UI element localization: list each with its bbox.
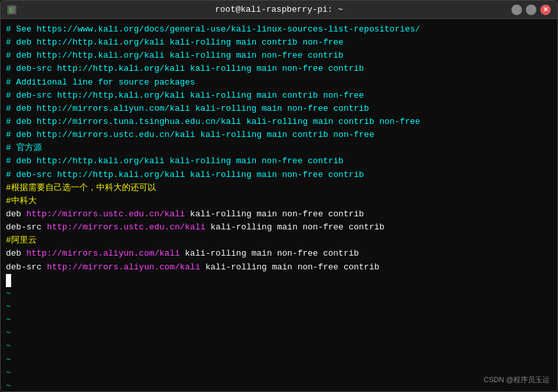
minimize-button[interactable]: ─ bbox=[511, 5, 522, 15]
terminal-line: # Additional line for source packages bbox=[6, 76, 552, 89]
terminal-line: ~ bbox=[6, 313, 552, 326]
terminal-line: # deb-src http://http.kali.org/kali kali… bbox=[6, 168, 552, 182]
terminal-line: deb-src http://mirrors.ustc.edu.cn/kali … bbox=[6, 221, 552, 234]
terminal-line: # 官方源 bbox=[6, 142, 552, 155]
terminal-line: ~ bbox=[6, 353, 552, 366]
terminal-window: $ root@kali-raspberry-pi: ~ ─ □ ✕ # See … bbox=[0, 0, 558, 392]
terminal-line: ~ bbox=[6, 287, 552, 300]
terminal-line: # deb http://http.kali.org/kali kali-rol… bbox=[6, 155, 552, 168]
svg-text:$: $ bbox=[9, 7, 12, 13]
title-bar-left: $ bbox=[7, 5, 16, 14]
terminal-line: ~ bbox=[6, 340, 552, 353]
watermark: CSDN @程序员玉运 bbox=[484, 375, 549, 385]
terminal-line: deb http://mirrors.aliyun.com/kali kali-… bbox=[6, 247, 552, 260]
terminal-line: # See https://www.kali.org/docs/general-… bbox=[6, 23, 552, 36]
terminal-line: # deb http://mirrors.ustc.edu.cn/kali ka… bbox=[6, 128, 552, 142]
terminal-line: #根据需要自己选一个，中科大的还可以 bbox=[6, 182, 552, 195]
terminal-line: ~ bbox=[6, 366, 552, 380]
terminal-line: # deb http://mirrors.tuna.tsinghua.edu.c… bbox=[6, 115, 552, 128]
terminal-line: ~ bbox=[6, 300, 552, 313]
terminal-line: #中科大 bbox=[6, 195, 552, 208]
terminal-body: # See https://www.kali.org/docs/general-… bbox=[1, 19, 557, 391]
terminal-icon: $ bbox=[7, 5, 16, 14]
terminal-line: deb http://mirrors.ustc.edu.cn/kali kali… bbox=[6, 208, 552, 221]
terminal-line: # deb http://http.kali.org/kali kali-rol… bbox=[6, 49, 552, 62]
terminal-line: # deb http://http.kali.org/kali kali-rol… bbox=[6, 36, 552, 49]
terminal-line: # deb-src http://http.kali.org/kali kali… bbox=[6, 62, 552, 75]
terminal-line: # deb-src http://http.kali.org/kali kali… bbox=[6, 89, 552, 102]
terminal-line: deb-src http://mirrors.aliyun.com/kali k… bbox=[6, 261, 552, 274]
close-button[interactable]: ✕ bbox=[540, 5, 551, 15]
terminal-line bbox=[6, 274, 552, 287]
terminal-line: ~ bbox=[6, 380, 552, 391]
terminal-line: # deb http://mirrors.aliyun.com/kali kal… bbox=[6, 102, 552, 115]
terminal-line: #阿里云 bbox=[6, 234, 552, 247]
maximize-button[interactable]: □ bbox=[526, 5, 536, 15]
title-bar: $ root@kali-raspberry-pi: ~ ─ □ ✕ bbox=[1, 1, 557, 19]
window-controls: ─ □ ✕ bbox=[511, 5, 551, 15]
window-title: root@kali-raspberry-pi: ~ bbox=[215, 5, 343, 14]
terminal-line: ~ bbox=[6, 326, 552, 340]
